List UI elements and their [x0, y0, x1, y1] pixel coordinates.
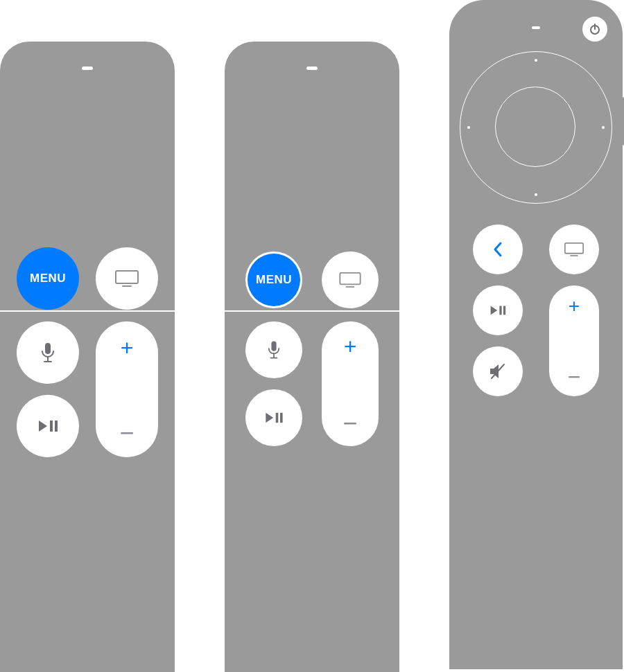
siri-mic-button[interactable]: [245, 321, 302, 378]
status-led-icon: [532, 26, 540, 29]
tv-icon: [339, 272, 361, 288]
svg-rect-0: [116, 271, 138, 283]
play-pause-button[interactable]: [473, 285, 523, 335]
svg-rect-15: [280, 413, 283, 423]
svg-marker-13: [266, 413, 273, 423]
tv-button[interactable]: [549, 224, 599, 274]
svg-rect-2: [45, 343, 51, 354]
svg-rect-22: [503, 306, 505, 315]
tv-icon: [115, 270, 139, 287]
clickpad-dot-up-icon: [535, 59, 537, 62]
status-led-icon: [306, 67, 318, 70]
tv-button[interactable]: [322, 251, 379, 308]
tv-icon: [564, 242, 584, 256]
power-button[interactable]: [582, 17, 607, 42]
volume-up-icon: +: [549, 297, 599, 316]
chevron-left-icon: [492, 241, 503, 258]
status-led-icon: [82, 67, 93, 70]
svg-rect-14: [276, 413, 279, 423]
clickpad-dot-down-icon: [535, 193, 537, 196]
menu-button[interactable]: MENU: [248, 254, 300, 306]
mute-button[interactable]: [473, 346, 523, 396]
clickpad-ring[interactable]: [460, 51, 612, 204]
surface-divider: [0, 310, 175, 312]
svg-marker-20: [491, 306, 498, 315]
svg-rect-7: [55, 421, 58, 432]
svg-marker-5: [39, 421, 47, 432]
mic-icon: [41, 342, 55, 363]
menu-label: MENU: [30, 272, 66, 285]
clickpad-dot-right-icon: [602, 126, 605, 129]
power-icon: [589, 23, 601, 35]
volume-rocker[interactable]: + −: [322, 321, 379, 446]
back-button[interactable]: [473, 224, 523, 274]
diagram-stage: MENU: [0, 0, 624, 672]
play-pause-icon: [37, 419, 58, 433]
remote-gen1: MENU: [0, 42, 175, 672]
volume-up-icon: +: [322, 335, 379, 357]
svg-rect-18: [565, 243, 583, 254]
menu-label: MENU: [256, 273, 292, 287]
remote-gen2: MENU + −: [225, 42, 399, 672]
mic-icon: [268, 340, 280, 360]
siri-mic-button[interactable]: [17, 321, 79, 384]
volume-rocker[interactable]: + −: [549, 285, 599, 396]
play-pause-button[interactable]: [17, 395, 79, 457]
volume-down-icon: −: [322, 416, 379, 431]
mute-icon: [489, 363, 507, 380]
clickpad-dot-left-icon: [467, 126, 470, 129]
clickpad-center[interactable]: [495, 87, 575, 167]
svg-rect-10: [271, 341, 276, 351]
volume-up-icon: +: [96, 337, 158, 359]
play-pause-icon: [264, 412, 284, 424]
volume-down-icon: −: [96, 425, 158, 441]
menu-button[interactable]: MENU: [17, 247, 79, 310]
svg-rect-21: [499, 306, 501, 315]
svg-rect-6: [50, 421, 53, 432]
svg-rect-8: [340, 273, 360, 285]
volume-down-icon: −: [549, 371, 599, 384]
remote-gen3: + −: [449, 0, 623, 669]
volume-rocker[interactable]: + −: [96, 321, 158, 457]
tv-button[interactable]: [96, 247, 158, 310]
play-pause-button[interactable]: [245, 389, 302, 446]
play-pause-icon: [489, 305, 507, 316]
surface-divider: [225, 310, 399, 312]
